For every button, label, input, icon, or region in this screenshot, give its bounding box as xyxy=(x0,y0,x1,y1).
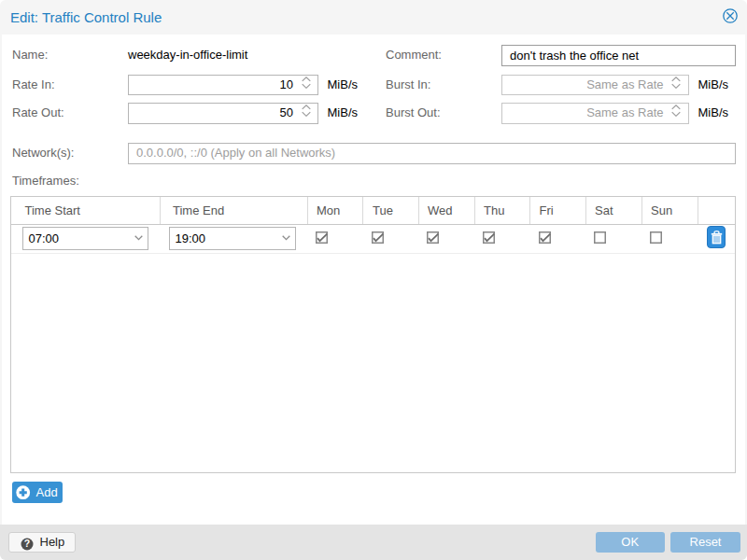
svg-text:?: ? xyxy=(23,538,29,549)
